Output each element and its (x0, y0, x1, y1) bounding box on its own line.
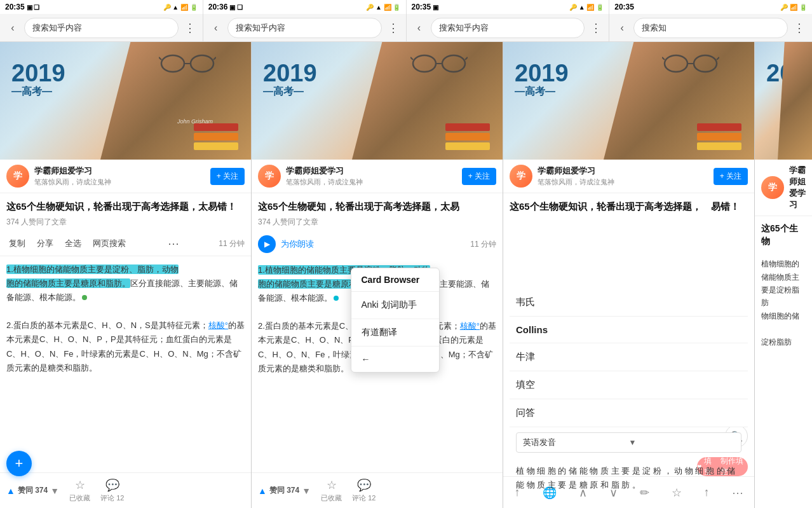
popup-item-anki[interactable]: Anki 划词助手 (351, 292, 439, 319)
svg-point-0 (161, 55, 184, 72)
back-button-4[interactable]: ‹ (614, 20, 630, 36)
article-title-2: 这65个生物硬知，轮番出现于高考选择题，太易 (252, 193, 503, 217)
status-bar-2: 20:36 ▣ ❑ 🔑 ▲ 📶 🔋 (203, 0, 407, 14)
follow-button-1[interactable]: + 关注 (210, 168, 245, 185)
more-toolbar-button-1[interactable]: ⋯ (165, 235, 182, 252)
svg-point-6 (442, 55, 465, 72)
glasses-icon-1 (159, 50, 216, 75)
svg-line-3 (159, 57, 161, 60)
panel-1: 2019 —高考— John Grisham 学 学霸师姐爱学习 (0, 42, 252, 508)
user-bar-1: 学 学霸师姐爱学习 笔落惊风雨，诗成泣鬼神 + 关注 (0, 160, 251, 193)
back-button-2[interactable]: ‹ (208, 20, 224, 36)
select-all-button-1[interactable]: 全选 (62, 237, 84, 251)
dict-content: 植 物 细 胞 的 储 能 物 质 主 要 是 淀 粉 ， 动 物 细 胞 的 … (510, 458, 748, 498)
user-sub-3: 笔落惊风雨，诗成泣鬼神 (538, 177, 708, 187)
popup-item-back[interactable]: ← (351, 347, 439, 372)
url-display-3[interactable]: 搜索知乎内容 (431, 18, 585, 38)
collect-label-1: 已收藏 (69, 493, 90, 503)
chevron-down-icon: ▼ (629, 438, 735, 447)
collect-action-1[interactable]: ☆ 已收藏 (69, 478, 90, 503)
comment-icon-1: 💬 (105, 478, 119, 492)
glasses-icon-2 (410, 50, 468, 75)
status-icons-3: ▣ (433, 4, 438, 11)
back-button-3[interactable]: ‹ (412, 20, 427, 36)
play-label-2[interactable]: 为你朗读 (281, 238, 314, 250)
back-button-1[interactable]: ‹ (5, 20, 20, 36)
address-bars: ‹ 搜索知乎内容 ⋮ ‹ 搜索知乎内容 ⋮ ‹ 搜索知乎内容 ⋮ ‹ 搜索知 ⋮ (0, 14, 812, 42)
user-bar-4: 学 学霸师姐爱学习 (755, 160, 812, 216)
play-bar-2: ▶ 为你朗读 11 分钟 (252, 231, 503, 257)
book-stacks-3 (697, 123, 741, 150)
status-bar-4: 20:35 🔑 📶 🔋 (609, 0, 812, 14)
avatar-2: 学 (258, 165, 281, 188)
user-name-1: 学霸师姐爱学习 (34, 165, 205, 177)
user-info-2: 学霸师姐爱学习 笔落惊风雨，诗成泣鬼神 (286, 165, 457, 187)
user-name-4: 学霸师姐爱学习 (789, 165, 806, 210)
more-button-3[interactable]: ⋮ (588, 20, 604, 36)
svg-point-10 (665, 55, 687, 72)
url-display-2[interactable]: 搜索知乎内容 (227, 18, 382, 38)
read-time-1: 11 分钟 (219, 238, 245, 249)
bottom-actions-1: ▲ 赞同 374 ▼ ☆ 已收藏 💬 评论 12 (0, 472, 251, 508)
follow-button-3[interactable]: + 关注 (714, 168, 748, 185)
follow-button-2[interactable]: + 关注 (462, 168, 496, 185)
vote-down-2[interactable]: ▼ (302, 486, 311, 496)
vote-up-1[interactable]: ▲ (6, 486, 15, 496)
comment-action-2[interactable]: 💬 评论 12 (352, 478, 376, 503)
comment-action-1[interactable]: 💬 评论 12 (100, 478, 124, 503)
user-name-3: 学霸师姐爱学习 (538, 165, 708, 177)
status-time-1: 20:35 (5, 3, 25, 11)
dict-option-collins[interactable]: Collins (510, 317, 748, 343)
dict-option-oxford[interactable]: 牛津 (510, 343, 748, 371)
web-search-button-1[interactable]: 网页搜索 (90, 237, 128, 251)
panel-4: 20 学 学霸师姐爱学习 这65个生物 植物细胞的储能物质主要是淀粉脂肪 物细胞… (755, 42, 812, 508)
svg-line-14 (717, 57, 719, 60)
book-stacks-1 (194, 123, 238, 150)
popup-item-youdao[interactable]: 有道翻译 (351, 319, 439, 347)
banner-2: 2019 —高考— (252, 42, 503, 160)
comment-label-1: 评论 12 (100, 493, 124, 503)
collect-action-2[interactable]: ☆ 已收藏 (321, 478, 342, 503)
user-sub-1: 笔落惊风雨，诗成泣鬼神 (34, 177, 205, 187)
vote-group-2: ▲ 赞同 374 ▼ (258, 485, 311, 496)
address-bar-4: ‹ 搜索知 ⋮ (609, 14, 812, 41)
banner-4: 20 (755, 42, 812, 160)
dict-option-weishi[interactable]: 韦氏 (510, 289, 748, 317)
more-button-4[interactable]: ⋮ (792, 20, 807, 36)
banner-year-text-2: 2019 —高考— (263, 61, 317, 99)
comment-label-2: 评论 12 (352, 493, 376, 503)
play-button-2[interactable]: ▶ (258, 235, 276, 253)
svg-point-1 (191, 55, 213, 72)
svg-line-8 (410, 57, 413, 60)
book-stacks-2 (445, 123, 490, 150)
banner-1: 2019 —高考— John Grisham (0, 42, 251, 160)
copy-button-1[interactable]: 复制 (6, 237, 28, 251)
more-button-2[interactable]: ⋮ (386, 20, 401, 36)
article-meta-2: 374 人赞同了文章 (252, 217, 503, 231)
user-sub-2: 笔落惊风雨，诗成泣鬼神 (286, 177, 457, 187)
vote-up-2[interactable]: ▲ (258, 486, 267, 496)
status-bar-3: 20:35 ▣ 🔑 ▲ 📶 🔋 (407, 0, 610, 14)
url-display-4[interactable]: 搜索知 (633, 18, 788, 38)
svg-line-13 (662, 57, 665, 60)
content-4: 植物细胞的储能物质主要是淀粉脂肪 物细胞的储 淀粉脂肪 (755, 251, 812, 508)
user-info-4: 学霸师姐爱学习 (789, 165, 806, 210)
dict-option-qa[interactable]: 问答 (510, 399, 748, 427)
url-display-1[interactable]: 搜索知乎内容 (24, 18, 179, 38)
vote-down-1[interactable]: ▼ (50, 486, 59, 496)
status-time-3: 20:35 (412, 3, 431, 11)
dict-option-fillblank[interactable]: 填空 (510, 371, 748, 399)
address-bar-2: ‹ 搜索知乎内容 ⋮ (203, 14, 407, 41)
banner-year-text-1: 2019 —高考— (11, 61, 65, 99)
status-bars: 20:35 ▣ ❑ 🔑 ▲ 📶 🔋 20:36 ▣ ❑ 🔑 ▲ 📶 🔋 20:3… (0, 0, 812, 14)
main-panels: 2019 —高考— John Grisham 学 学霸师姐爱学习 (0, 42, 812, 508)
status-icons-1: ▣ ❑ (27, 4, 40, 11)
dict-dropdown[interactable]: 英语发音 ▼ (516, 432, 741, 453)
collect-icon-1: ☆ (75, 478, 85, 492)
article-meta-1: 374 人赞同了文章 (0, 217, 251, 231)
more-button-1[interactable]: ⋮ (182, 20, 198, 36)
fab-1[interactable]: + (6, 451, 32, 476)
address-bar-3: ‹ 搜索知乎内容 ⋮ (407, 14, 610, 41)
share-button-1[interactable]: 分享 (34, 237, 56, 251)
status-time-4: 20:35 (614, 3, 634, 11)
